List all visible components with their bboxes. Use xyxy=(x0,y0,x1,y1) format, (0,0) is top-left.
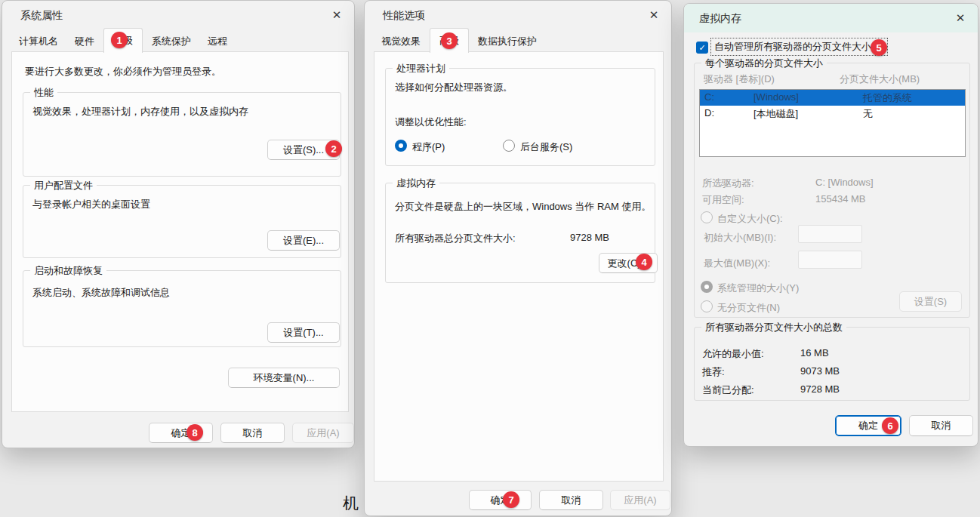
column-size-header: 分页文件大小(MB) xyxy=(840,72,920,86)
advanced-tabpage: 要进行大多数更改，你必须作为管理员登录。 性能 视觉效果，处理器计划，内存使用，… xyxy=(11,51,349,412)
max-size-label: 最大值(MB)(X): xyxy=(704,257,770,270)
currently-allocated-label: 当前已分配: xyxy=(702,383,754,397)
performance-options-dialog: 性能选项 ✕ 视觉效果 高级 数据执行保护 3 处理器计划 选择如何分配处理器资… xyxy=(364,0,672,516)
drive-paging-size: 托管的系统 xyxy=(863,91,965,105)
apply-button[interactable]: 应用(A) xyxy=(292,423,354,443)
column-drive-header: 驱动器 [卷标](D) xyxy=(704,72,775,86)
startup-recovery-desc: 系统启动、系统故障和调试信息 xyxy=(32,286,170,300)
drive-letter: D: xyxy=(704,107,753,121)
close-icon[interactable]: ✕ xyxy=(328,7,345,23)
radio-programs-label[interactable]: 程序(P) xyxy=(412,140,445,154)
performance-options-titlebar: 性能选项 ✕ xyxy=(365,1,671,29)
system-properties-dialog: 系统属性 ✕ 计算机名 硬件 高级 系统保护 远程 1 要进行大多数更改，你必须… xyxy=(2,0,355,448)
step-badge-2: 2 xyxy=(325,140,342,157)
step-badge-8: 8 xyxy=(186,424,203,441)
performance-legend: 性能 xyxy=(30,86,57,100)
tab-visual-effects[interactable]: 视觉效果 xyxy=(374,32,428,52)
close-icon[interactable]: ✕ xyxy=(646,7,662,23)
step-badge-7: 7 xyxy=(503,491,519,508)
totals-group: 所有驱动器分页文件大小的总数 允许的最小值: 16 MB 推荐: 9073 MB… xyxy=(694,327,970,401)
virtual-memory-legend: 虚拟内存 xyxy=(393,177,439,190)
startup-recovery-legend: 启动和故障恢复 xyxy=(30,264,106,278)
dialog-title: 性能选项 xyxy=(383,9,425,23)
dialog-title: 系统属性 xyxy=(20,9,63,23)
per-drive-group: 每个驱动器的分页文件大小 驱动器 [卷标](D) 分页文件大小(MB) C: [… xyxy=(694,63,970,318)
radio-no-paging-label[interactable]: 无分页文件(N) xyxy=(717,301,780,315)
min-allowed-label: 允许的最小值: xyxy=(702,347,764,361)
max-size-input[interactable] xyxy=(798,251,862,269)
tab-computer-name[interactable]: 计算机名 xyxy=(11,32,66,52)
user-profiles-settings-button[interactable]: 设置(E)... xyxy=(267,230,340,251)
processor-scheduling-legend: 处理器计划 xyxy=(393,62,449,75)
tab-remote[interactable]: 远程 xyxy=(200,32,235,52)
totals-legend: 所有驱动器分页文件大小的总数 xyxy=(701,321,846,334)
recommended-label: 推荐: xyxy=(702,365,725,379)
ok-button[interactable]: 确定 xyxy=(469,490,532,510)
user-profiles-legend: 用户配置文件 xyxy=(30,179,97,192)
startup-recovery-settings-button[interactable]: 设置(T)... xyxy=(267,322,340,343)
dialog-title: 虚拟内存 xyxy=(699,12,741,26)
auto-manage-checkbox[interactable]: ✓ xyxy=(696,42,708,54)
radio-custom-size-label[interactable]: 自定义大小(C): xyxy=(717,212,783,226)
drive-row-c[interactable]: C: [Windows] 托管的系统 xyxy=(700,90,965,106)
step-badge-1: 1 xyxy=(111,32,128,48)
step-badge-5: 5 xyxy=(871,39,887,56)
radio-no-paging[interactable] xyxy=(701,300,713,312)
advanced-tabpage: 处理器计划 选择如何分配处理器资源。 调整以优化性能: 程序(P) 后台服务(S… xyxy=(374,51,664,482)
radio-programs[interactable] xyxy=(395,140,407,152)
close-icon[interactable]: ✕ xyxy=(952,10,969,26)
system-properties-titlebar: 系统属性 ✕ xyxy=(2,1,354,29)
cancel-button[interactable]: 取消 xyxy=(539,490,603,510)
tab-dep[interactable]: 数据执行保护 xyxy=(470,32,544,52)
user-profiles-desc: 与登录帐户相关的桌面设置 xyxy=(32,198,150,211)
tab-hardware[interactable]: 硬件 xyxy=(67,32,102,52)
cancel-button[interactable]: 取消 xyxy=(220,423,285,443)
radio-system-managed-label[interactable]: 系统管理的大小(Y) xyxy=(717,282,799,295)
drive-volume: [Windows] xyxy=(753,91,863,105)
environment-variables-button[interactable]: 环境变量(N)... xyxy=(228,368,340,388)
drive-letter: C: xyxy=(704,91,753,105)
drive-volume: [本地磁盘] xyxy=(753,107,863,121)
drive-paging-size: 无 xyxy=(863,107,965,121)
min-allowed-value: 16 MB xyxy=(800,347,829,359)
ok-button[interactable]: 确定 xyxy=(149,423,213,443)
virtual-memory-titlebar: 虚拟内存 ✕ xyxy=(684,4,978,32)
tab-system-protection[interactable]: 系统保护 xyxy=(144,32,199,52)
drive-row-d[interactable]: D: [本地磁盘] 无 xyxy=(700,106,965,122)
cancel-button[interactable]: 取消 xyxy=(909,415,973,436)
radio-background-services[interactable] xyxy=(503,140,515,152)
radio-system-managed[interactable] xyxy=(701,281,713,293)
processor-scheduling-group: 处理器计划 选择如何分配处理器资源。 调整以优化性能: 程序(P) 后台服务(S… xyxy=(385,68,655,166)
performance-group: 性能 视觉效果，处理器计划，内存使用，以及虚拟内存 xyxy=(23,92,341,177)
virtual-memory-dialog: 虚拟内存 ✕ ✓ 自动管理所有驱动器的分页文件大小(A) 5 每个驱动器的分页文… xyxy=(683,3,978,447)
step-badge-6: 6 xyxy=(882,417,898,434)
initial-size-label: 初始大小(MB)(I): xyxy=(704,231,776,245)
radio-custom-size[interactable] xyxy=(701,211,713,223)
auto-manage-label[interactable]: 自动管理所有驱动器的分页文件大小(A) xyxy=(711,38,887,55)
radio-background-services-label[interactable]: 后台服务(S) xyxy=(520,140,572,154)
set-button[interactable]: 设置(S) xyxy=(899,291,962,312)
admin-note: 要进行大多数更改，你必须作为管理员登录。 xyxy=(25,65,221,78)
background-text: 机 xyxy=(343,493,359,514)
currently-allocated-value: 9728 MB xyxy=(800,383,840,395)
free-space-label: 可用空间: xyxy=(702,193,744,207)
drive-listbox[interactable]: C: [Windows] 托管的系统 D: [本地磁盘] 无 xyxy=(699,89,966,157)
selected-drive-label: 所选驱动器: xyxy=(702,177,754,190)
adjust-label: 调整以优化性能: xyxy=(395,115,467,129)
free-space-value: 155434 MB xyxy=(815,193,866,205)
step-badge-3: 3 xyxy=(441,32,458,49)
recommended-value: 9073 MB xyxy=(800,365,840,377)
apply-button[interactable]: 应用(A) xyxy=(610,490,670,510)
processor-desc: 选择如何分配处理器资源。 xyxy=(395,81,513,94)
per-drive-legend: 每个驱动器的分页文件大小 xyxy=(701,57,827,70)
step-badge-4: 4 xyxy=(636,254,652,270)
performance-options-tabs: 视觉效果 高级 数据执行保护 xyxy=(374,31,546,52)
selected-drive-value: C: [Windows] xyxy=(815,177,874,188)
paging-file-desc: 分页文件是硬盘上的一块区域，Windows 当作 RAM 使用。 xyxy=(395,200,651,214)
performance-desc: 视觉效果，处理器计划，内存使用，以及虚拟内存 xyxy=(32,105,248,118)
total-paging-label: 所有驱动器总分页文件大小: xyxy=(395,232,516,245)
total-paging-value: 9728 MB xyxy=(570,232,609,243)
initial-size-input[interactable] xyxy=(798,225,862,243)
